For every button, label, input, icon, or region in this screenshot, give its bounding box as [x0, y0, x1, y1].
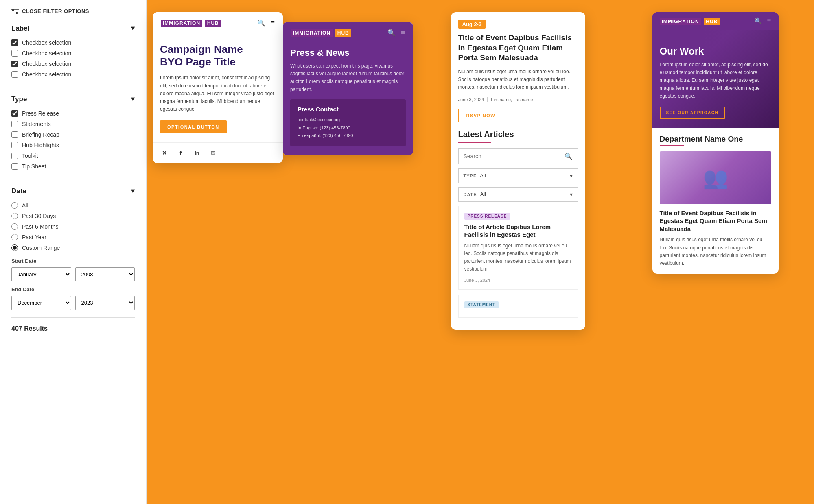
phone2-mockup: IMMIGRATION HUB 🔍 ≡ Press & News What us…	[283, 22, 413, 155]
date-chevron-icon	[131, 187, 135, 195]
type-toolkit[interactable]: Toolkit	[11, 151, 135, 161]
see-approach-button[interactable]: SEE OUR APPROACH	[660, 107, 725, 119]
immigration-hub-logo-1: IMMIGRATION HUB	[160, 20, 221, 26]
department-section: Department Name One 👥 Title of Event Dap…	[652, 128, 779, 274]
label-checkbox-input-4[interactable]	[11, 71, 18, 78]
type-statements-input[interactable]	[11, 121, 18, 127]
label-checkbox-1[interactable]: Checkbox selection	[11, 37, 135, 48]
phone1-mockup: IMMIGRATION HUB 🔍 ≡ Campaign Name BYO Pa…	[153, 12, 283, 163]
type-statements[interactable]: Statements	[11, 119, 135, 129]
start-date-label: Start Date	[11, 258, 135, 264]
type-press-release-input[interactable]	[11, 110, 18, 117]
twitter-icon[interactable]: ✕	[160, 148, 169, 157]
press-contact-card: Press Contact contact@xxxxxxx.org In Eng…	[290, 99, 406, 146]
search-icon-2[interactable]: 🔍	[387, 29, 396, 37]
phone3-col: Aug 2-3 Title of Event Dapibus Facilisis…	[419, 0, 617, 504]
phone1-col: IMMIGRATION HUB 🔍 ≡ Campaign Name BYO Pa…	[147, 0, 419, 504]
date-pastyear-radio[interactable]: Past Year	[11, 232, 135, 242]
optional-button[interactable]: OPTIONAL BUTTON	[160, 120, 227, 133]
label-chevron-icon	[131, 24, 135, 33]
date-past6months-radio[interactable]: Past 6 Months	[11, 221, 135, 232]
campaign-title: Campaign Name BYO Page Title	[160, 43, 276, 68]
end-date-row: JanuaryFebruaryMarch AprilMayJune JulyAu…	[11, 296, 135, 310]
date-customrange-input[interactable]	[11, 244, 18, 251]
phone4-col: IMMIGRATION HUB 🔍 ≡ Our Work Lorem ipsum…	[617, 0, 814, 504]
facebook-icon[interactable]: f	[176, 148, 185, 157]
social-bar: ✕ f in ✉	[153, 142, 283, 163]
articles-search-input[interactable]	[464, 153, 561, 159]
main-content: IMMIGRATION HUB 🔍 ≡ Campaign Name BYO Pa…	[147, 0, 814, 504]
phone4-header: IMMIGRATION HUB 🔍 ≡	[652, 12, 779, 30]
press-contact-title: Press Contact	[298, 106, 398, 113]
menu-icon-2[interactable]: ≡	[400, 28, 406, 37]
date-dropdown[interactable]: DATE All	[458, 187, 578, 202]
end-month-select[interactable]: JanuaryFebruaryMarch AprilMayJune JulyAu…	[11, 296, 71, 310]
type-tip-sheet-input[interactable]	[11, 163, 18, 170]
our-work-body: Lorem ipsum dolor sit amet, adipiscing e…	[660, 61, 771, 100]
date-section-header[interactable]: Date	[11, 187, 135, 195]
type-press-release[interactable]: Press Release	[11, 108, 135, 119]
date-all-input[interactable]	[11, 202, 18, 209]
date-customrange-radio[interactable]: Custom Range	[11, 242, 135, 253]
label-checkbox-input-3[interactable]	[11, 61, 18, 67]
label-filter-section: Label Checkbox selection Checkbox select…	[11, 24, 135, 87]
article-body-1: Nullam quis risus eget urna mollis ornar…	[464, 242, 572, 273]
phone1-header: IMMIGRATION HUB 🔍 ≡	[153, 12, 283, 34]
meta-divider	[487, 97, 488, 102]
type-tip-sheet[interactable]: Tip Sheet	[11, 161, 135, 172]
search-icon-3[interactable]: 🔍	[565, 153, 573, 160]
date-past30-radio[interactable]: Past 30 Days	[11, 211, 135, 221]
close-filter-button[interactable]: CLOSE FILTER OPTIONS	[11, 8, 135, 14]
email-icon[interactable]: ✉	[209, 148, 218, 157]
phone1-body: Campaign Name BYO Page Title Lorem ipsum…	[153, 34, 283, 142]
type-toolkit-input[interactable]	[11, 153, 18, 159]
our-work-hero: IMMIGRATION HUB 🔍 ≡ Our Work Lorem ipsum…	[652, 12, 779, 128]
date-pastyear-input[interactable]	[11, 234, 18, 240]
label-checkbox-4[interactable]: Checkbox selection	[11, 69, 135, 80]
label-checkbox-3[interactable]: Checkbox selection	[11, 59, 135, 69]
date-past6months-input[interactable]	[11, 223, 18, 230]
type-dropdown-label: TYPE	[464, 173, 477, 178]
start-month-select[interactable]: JanuaryFebruaryMarch AprilMayJune JulyAu…	[11, 267, 71, 281]
type-dropdown[interactable]: TYPE All	[458, 168, 578, 183]
label-checkbox-2[interactable]: Checkbox selection	[11, 48, 135, 59]
search-icon-1[interactable]: 🔍	[257, 19, 265, 27]
label-section-header[interactable]: Label	[11, 24, 135, 33]
label-checkbox-input-2[interactable]	[11, 50, 18, 57]
rsvp-button[interactable]: RSVP NOW	[458, 109, 504, 122]
date-past30-input[interactable]	[11, 213, 18, 219]
press-news-body: What users can expect from this page, vi…	[290, 62, 406, 94]
dept-event-title: Title of Event Dapibus Facilisis in Eges…	[660, 209, 771, 233]
menu-icon-1[interactable]: ≡	[270, 19, 276, 27]
people-illustration: 👥	[703, 166, 728, 190]
menu-icon-4[interactable]: ≡	[767, 17, 772, 25]
type-hub-highlights[interactable]: Hub Highlights	[11, 140, 135, 151]
article-tag-1: PRESS RELEASE	[464, 213, 510, 220]
start-year-select[interactable]: 200820092010 2020202120222023	[75, 267, 135, 281]
article-tag-2: STATEMENT	[464, 301, 499, 308]
type-dropdown-arrow	[570, 172, 573, 179]
end-year-select[interactable]: 200820092020 202120222023	[75, 296, 135, 310]
linkedin-icon[interactable]: in	[193, 148, 201, 157]
search-icon-4[interactable]: 🔍	[755, 17, 762, 25]
department-name: Department Name One	[660, 135, 771, 144]
phone3-event-section: Aug 2-3 Title of Event Dapibus Facilisis…	[451, 12, 585, 130]
phone3-mockup: Aug 2-3 Title of Event Dapibus Facilisis…	[451, 12, 585, 330]
type-section-header[interactable]: Type	[11, 95, 135, 103]
date-all-radio[interactable]: All	[11, 200, 135, 211]
type-hub-highlights-input[interactable]	[11, 142, 18, 148]
type-briefing-recap[interactable]: Briefing Recap	[11, 129, 135, 140]
label-checkbox-input-1[interactable]	[11, 39, 18, 46]
phone2-body: Press & News What users can expect from …	[283, 44, 413, 155]
articles-search-box[interactable]: 🔍	[458, 148, 578, 164]
event-title: Title of Event Dapibus Facilisis in Eges…	[458, 33, 578, 63]
date-filter-section: Date All Past 30 Days Past 6 Months Past…	[11, 187, 135, 318]
type-briefing-recap-input[interactable]	[11, 131, 18, 138]
press-contact-email: contact@xxxxxxx.org In English: (123) 45…	[298, 116, 398, 140]
article-card-2: STATEMENT	[458, 295, 578, 318]
phone2-col-inner: IMMIGRATION HUB 🔍 ≡ Press & News What us…	[283, 22, 413, 155]
department-image: 👥	[660, 151, 771, 204]
event-meta: June 3, 2024 Firstname, Lastname	[458, 97, 578, 102]
type-chevron-icon	[131, 95, 135, 103]
phone2-header: IMMIGRATION HUB 🔍 ≡	[283, 22, 413, 44]
